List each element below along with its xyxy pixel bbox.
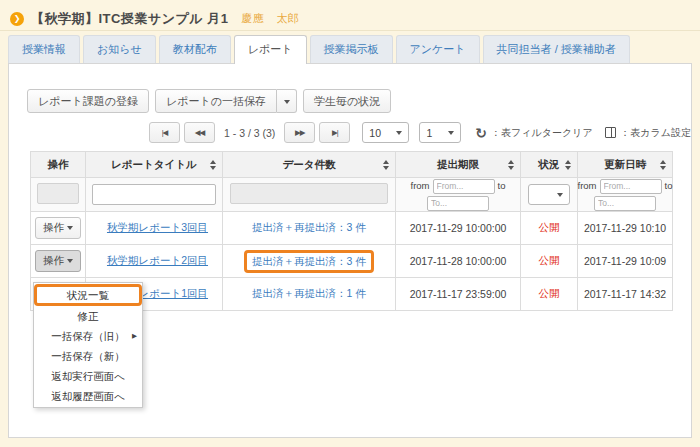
- bulk-save-button-group: レポートの一括保存: [155, 89, 297, 113]
- chevron-down-icon: [67, 259, 73, 263]
- bulk-save-button[interactable]: レポートの一括保存: [155, 89, 277, 113]
- report-title-link[interactable]: 秋学期レポート3回目: [107, 221, 208, 233]
- status-badge: 公開: [539, 287, 560, 299]
- header-label: 提出期限: [437, 158, 479, 170]
- tab-materials[interactable]: 教材配布: [159, 35, 231, 63]
- table-row: 操作 秋学期レポート3回目 提出済＋再提出済：3 件 2017-11-29 10…: [31, 212, 673, 245]
- pager-next-button[interactable]: ▶▶: [284, 122, 315, 143]
- highlight-annotation: 提出済＋再提出済：3 件: [244, 250, 374, 273]
- page-header: ❯ 【秋学期】ITC授業サンプル 月1 慶應 太郎: [0, 0, 700, 31]
- user-surname-link[interactable]: 慶應: [242, 11, 264, 26]
- deadline-filter: from to: [396, 179, 520, 211]
- filter-operation-disabled: [37, 183, 79, 204]
- tab-bar: 授業情報 お知らせ 教材配布 レポート 授業掲示板 アンケート 共同担当者 / …: [0, 31, 700, 63]
- page-title: 【秋学期】ITC授業サンプル 月1: [31, 10, 229, 28]
- table-header-row: 操作 レポートタイトル データ件数 提出期限 状況 更新日時: [31, 152, 673, 178]
- menu-item-return-history[interactable]: 返却履歴画面へ: [34, 386, 142, 406]
- submenu-arrow-icon: ▶: [132, 329, 137, 343]
- tab-co-instructors[interactable]: 共同担当者 / 授業補助者: [483, 35, 630, 63]
- to-label: to: [665, 181, 673, 191]
- deadline-to-input[interactable]: [427, 196, 489, 211]
- table-filter-row: from to from to: [31, 178, 673, 212]
- column-config-label: ：表カラム設定: [620, 126, 691, 140]
- operation-context-menu: 状況一覧 修正 一括保存（旧）▶ 一括保存（新） 返却実行画面へ 返却履歴画面へ: [33, 282, 143, 408]
- menu-item-return-exec[interactable]: 返却実行画面へ: [34, 366, 142, 386]
- sort-icon[interactable]: [660, 160, 666, 170]
- to-label: to: [498, 181, 506, 191]
- pager-range-label: 1 - 3 / 3 (3): [224, 127, 275, 139]
- report-title-link[interactable]: 秋学期レポート2回目: [107, 254, 208, 266]
- menu-item-bulk-save-old[interactable]: 一括保存（旧）▶: [34, 326, 142, 346]
- filter-data-count-disabled: [230, 183, 388, 204]
- header-label: データ件数: [283, 158, 336, 170]
- tab-class-info[interactable]: 授業情報: [8, 35, 80, 63]
- tab-survey[interactable]: アンケート: [396, 35, 480, 63]
- data-count-link[interactable]: 提出済＋再提出済：3 件: [252, 221, 366, 233]
- pagination-bar: |◀ ◀◀ 1 - 3 / 3 (3) ▶▶ ▶| 10 1 ↻ ：表フィルター…: [149, 122, 691, 143]
- operation-menu-button-active[interactable]: 操作: [35, 250, 81, 272]
- updated-from-input[interactable]: [600, 179, 662, 194]
- deadline-cell: 2017-11-29 10:00:00: [396, 212, 521, 245]
- updated-cell: 2017-11-17 14:32: [578, 278, 673, 311]
- bulk-save-caret-button[interactable]: [277, 89, 297, 113]
- deadline-cell: 2017-11-17 23:59:00: [396, 278, 521, 311]
- updated-to-input[interactable]: [594, 196, 656, 211]
- header-status[interactable]: 状況: [521, 152, 578, 178]
- pager-first-button[interactable]: |◀: [149, 122, 180, 143]
- deadline-from-input[interactable]: [433, 179, 495, 194]
- student-status-button[interactable]: 学生毎の状況: [303, 89, 391, 113]
- chevron-down-icon: [284, 100, 290, 104]
- tab-board[interactable]: 授業掲示板: [310, 35, 393, 63]
- column-config-icon[interactable]: [605, 127, 617, 138]
- page-size-value: 10: [369, 127, 381, 139]
- refresh-icon[interactable]: ↻: [475, 126, 487, 140]
- data-count-link[interactable]: 提出済＋再提出済：1 件: [252, 287, 366, 299]
- tab-news[interactable]: お知らせ: [83, 35, 156, 63]
- header-report-title[interactable]: レポートタイトル: [86, 152, 223, 178]
- status-filter-select[interactable]: [528, 184, 570, 205]
- status-badge: 公開: [539, 254, 560, 266]
- status-badge: 公開: [539, 221, 560, 233]
- register-report-button[interactable]: レポート課題の登録: [27, 89, 149, 113]
- sort-icon[interactable]: [565, 160, 571, 170]
- chevron-down-icon: [67, 226, 73, 230]
- table-row: 操作 秋学期レポート2回目 提出済＋再提出済：3 件 2017-11-28 10…: [31, 245, 673, 278]
- page-size-select[interactable]: 10: [362, 122, 409, 143]
- header-label: 状況: [539, 158, 560, 170]
- sort-icon[interactable]: [508, 160, 514, 170]
- pager-prev-button[interactable]: ◀◀: [184, 122, 215, 143]
- menu-item-status-list[interactable]: 状況一覧: [34, 284, 142, 306]
- header-deadline[interactable]: 提出期限: [396, 152, 521, 178]
- deadline-cell: 2017-11-28 10:00:00: [396, 245, 521, 278]
- menu-item-bulk-save-new[interactable]: 一括保存（新）: [34, 346, 142, 366]
- from-label: from: [411, 181, 430, 191]
- menu-item-fix[interactable]: 修正: [34, 306, 142, 326]
- header-operation: 操作: [31, 152, 86, 178]
- header-data-count[interactable]: データ件数: [223, 152, 396, 178]
- updated-filter: from to: [578, 179, 672, 211]
- header-label: レポートタイトル: [111, 158, 197, 170]
- report-panel: レポート課題の登録 レポートの一括保存 学生毎の状況 |◀ ◀◀ 1 - 3 /…: [8, 63, 692, 438]
- chevron-down-icon: [557, 193, 563, 197]
- bullet-arrow-icon: ❯: [10, 12, 24, 26]
- tab-report[interactable]: レポート: [234, 35, 307, 64]
- header-label: 更新日時: [604, 158, 646, 170]
- updated-cell: 2017-11-29 10:10: [578, 212, 673, 245]
- page-number-value: 1: [426, 127, 432, 139]
- from-label: from: [578, 181, 597, 191]
- filter-clear-label: ：表フィルタークリア: [491, 126, 593, 140]
- sort-icon[interactable]: [383, 160, 389, 170]
- page-number-select[interactable]: 1: [419, 122, 461, 143]
- updated-cell: 2017-11-29 10:09: [578, 245, 673, 278]
- filter-title-input[interactable]: [92, 184, 216, 205]
- operation-menu-button[interactable]: 操作: [35, 217, 81, 239]
- data-count-link[interactable]: 提出済＋再提出済：3 件: [252, 255, 366, 267]
- header-updated[interactable]: 更新日時: [578, 152, 673, 178]
- menu-item-label: 一括保存（旧）: [51, 330, 125, 342]
- operation-label: 操作: [43, 221, 64, 233]
- report-toolbar: レポート課題の登録 レポートの一括保存 学生毎の状況: [27, 89, 691, 113]
- pager-last-button[interactable]: ▶|: [319, 122, 350, 143]
- sort-icon[interactable]: [210, 160, 216, 170]
- user-givenname-link[interactable]: 太郎: [277, 11, 299, 26]
- operation-label: 操作: [43, 254, 64, 266]
